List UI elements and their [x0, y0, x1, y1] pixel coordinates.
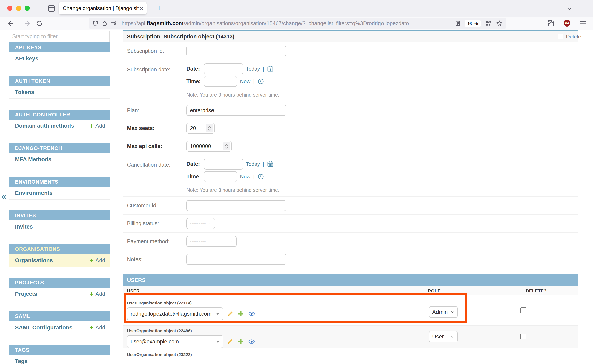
add-organisation-link[interactable]: +Add	[90, 257, 105, 264]
role-select-value: User	[432, 334, 444, 340]
clock-icon[interactable]	[257, 173, 264, 180]
today-link[interactable]: Today	[246, 161, 260, 167]
subscription-time-input[interactable]	[204, 76, 237, 87]
user-select[interactable]: rodrigo.lopezdato@flagsmith.com	[127, 307, 223, 320]
calendar-icon[interactable]	[267, 161, 274, 168]
sidebar-section-saml: SAML	[9, 311, 110, 321]
plan-input[interactable]	[186, 105, 286, 116]
add-related-icon[interactable]	[237, 338, 244, 345]
add-domain-auth-method-link[interactable]: +Add	[90, 122, 105, 129]
back-icon[interactable]	[6, 19, 14, 28]
blocked-content-grid-icon[interactable]	[485, 20, 492, 26]
subscription-module-header: Subscription: Subscription object (14313…	[123, 31, 579, 42]
zoom-level-badge[interactable]: 90%	[465, 20, 481, 27]
form-row-cancellation-date: Cancellation date: Date: Today | Time:	[123, 155, 579, 197]
add-saml-configuration-link[interactable]: +Add	[90, 324, 105, 331]
sidebar-item-invites[interactable]: Invites	[9, 221, 110, 233]
date-label: Date:	[186, 66, 201, 72]
zoom-window-button[interactable]	[25, 6, 30, 11]
close-window-button[interactable]	[7, 6, 13, 11]
sidebar-item-label[interactable]: Organisations	[15, 257, 53, 264]
sidebar-item-label[interactable]: SAML Configurations	[15, 324, 72, 331]
forward-icon[interactable]	[24, 19, 32, 28]
plus-icon: +	[90, 324, 94, 331]
url-bar[interactable]: https://api.flagsmith.com/admin/organisa…	[89, 18, 506, 29]
reader-mode-icon[interactable]	[455, 20, 461, 26]
cancellation-date-input[interactable]	[204, 159, 243, 169]
add-label: Add	[95, 291, 105, 297]
hamburger-menu-icon[interactable]	[579, 19, 587, 27]
form-row-notes: Notes:	[123, 250, 579, 268]
sidebar-item-label[interactable]: MFA Methods	[15, 156, 51, 163]
user-select-value: user@example.com	[131, 339, 179, 345]
subscription-date-input[interactable]	[204, 63, 243, 74]
number-stepper[interactable]	[206, 124, 213, 132]
role-select[interactable]: User	[429, 331, 458, 343]
new-tab-button[interactable]: +	[156, 2, 162, 13]
url-text[interactable]: https://api.flagsmith.com/admin/organisa…	[122, 20, 452, 26]
minimize-window-button[interactable]	[16, 6, 21, 11]
subscription-id-input[interactable]	[186, 46, 286, 56]
sidebar-section-django-trench: DJANGO-TRENCH	[9, 143, 110, 153]
add-project-link[interactable]: +Add	[90, 291, 105, 297]
form-row-customer-id: Customer id:	[123, 197, 579, 214]
ublock-origin-icon[interactable]: uO	[563, 19, 571, 27]
sidebar-item-tokens[interactable]: Tokens	[9, 86, 110, 99]
plus-icon: +	[90, 291, 94, 297]
tab-list-chevron-icon[interactable]	[566, 5, 573, 13]
sidebar-item-label[interactable]: API keys	[15, 55, 39, 62]
sidebar-item-mfa-methods[interactable]: MFA Methods	[9, 153, 110, 166]
tab-close-icon[interactable]: ×	[139, 5, 143, 12]
user-row: UserOrganisation object (22114) rodrigo.…	[123, 295, 579, 325]
calendar-icon[interactable]	[267, 65, 274, 72]
sidebar-item-label[interactable]: Tags	[15, 358, 28, 364]
permissions-icon[interactable]	[110, 20, 117, 26]
view-related-eye-icon[interactable]	[248, 338, 255, 345]
notes-input[interactable]	[186, 254, 286, 265]
payment-method-select[interactable]: ---------	[186, 236, 237, 247]
window-controls	[7, 6, 30, 11]
user-row: UserOrganisation object (23222)	[123, 348, 579, 360]
time-label: Time:	[186, 78, 201, 84]
extensions-puzzle-icon[interactable]	[547, 19, 555, 27]
sidebar-item-domain-auth-methods[interactable]: Domain auth methods +Add	[9, 120, 110, 132]
browser-tab[interactable]: Change organisation | Django site adm ×	[59, 2, 147, 14]
edit-pencil-icon[interactable]	[227, 338, 234, 345]
billing-status-select[interactable]: ---------	[186, 218, 215, 229]
customer-id-label: Customer id:	[123, 200, 186, 211]
number-stepper[interactable]	[223, 142, 230, 150]
role-select[interactable]: Admin	[429, 306, 458, 318]
sidebar-item-projects[interactable]: Projects +Add	[9, 288, 110, 300]
add-related-icon[interactable]	[237, 311, 244, 317]
url-path: /admin/organisations/organisation/15467/…	[184, 20, 409, 26]
sidebar-item-organisations[interactable]: Organisations +Add	[9, 254, 110, 267]
now-link[interactable]: Now	[240, 78, 250, 84]
sidebar-item-api-keys[interactable]: API keys	[9, 52, 110, 65]
sidebar-item-label[interactable]: Projects	[15, 291, 37, 297]
delete-user-checkbox[interactable]	[521, 334, 526, 339]
delete-subscription-checkbox[interactable]	[558, 34, 563, 39]
sidebar-item-label[interactable]: Environments	[15, 190, 53, 196]
today-link[interactable]: Today	[246, 66, 260, 72]
customer-id-input[interactable]	[186, 200, 286, 211]
sidebar-collapse-toggle[interactable]: «	[2, 191, 7, 201]
sidebar-item-label[interactable]: Invites	[15, 223, 33, 230]
sidebar-item-saml-configurations[interactable]: SAML Configurations +Add	[9, 321, 110, 334]
reload-icon[interactable]	[35, 19, 44, 28]
delete-user-checkbox[interactable]	[521, 307, 526, 313]
bookmark-star-icon[interactable]	[496, 20, 503, 27]
shield-icon[interactable]	[92, 20, 99, 26]
view-related-eye-icon[interactable]	[248, 311, 255, 317]
cancellation-time-input[interactable]	[204, 171, 237, 182]
user-select[interactable]: user@example.com	[127, 335, 223, 348]
sidebar-item-label[interactable]: Tokens	[15, 89, 34, 95]
lock-icon[interactable]	[101, 20, 108, 26]
sidebar-item-environments[interactable]: Environments	[9, 187, 110, 200]
edit-pencil-icon[interactable]	[227, 311, 234, 317]
clock-icon[interactable]	[257, 78, 264, 85]
sidebar-item-tags[interactable]: Tags	[9, 355, 110, 364]
sidebar-item-label[interactable]: Domain auth methods	[15, 123, 74, 129]
sidebar-filter-input[interactable]	[9, 31, 110, 42]
now-link[interactable]: Now	[240, 174, 250, 180]
firefox-view-icon[interactable]	[47, 4, 56, 14]
